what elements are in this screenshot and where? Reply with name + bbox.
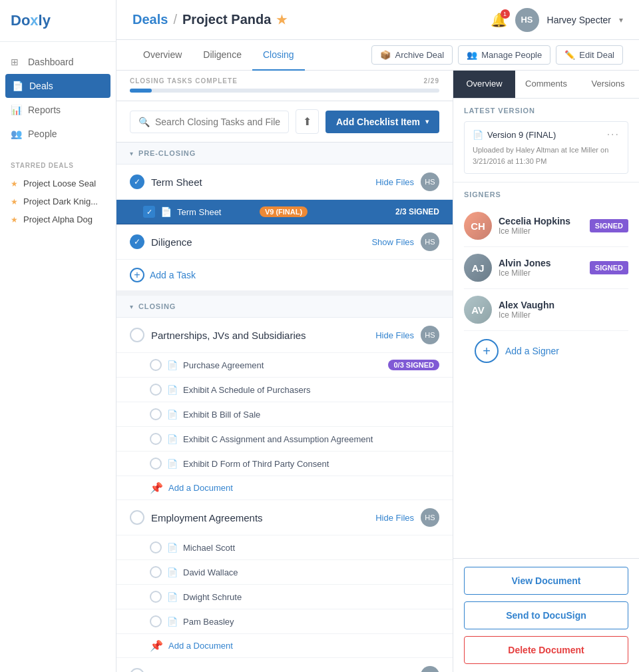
- signers-title: SIGNERS: [464, 190, 628, 198]
- notification-badge: 1: [501, 9, 510, 19]
- avatar-partnerships: HS: [421, 326, 439, 344]
- collapse-arrow-icon: ▾: [130, 150, 133, 157]
- file-row-term-sheet[interactable]: ✓ 📄 Term Sheet V9 (FINAL) 2/3 SIGNED: [116, 200, 453, 224]
- edit-icon: ✏️: [564, 50, 575, 60]
- add-task-icon[interactable]: +: [130, 268, 144, 282]
- task-row-diligence: ✓ Diligence Show Files HS: [116, 224, 453, 260]
- signed-badge-0: 0/3 SIGNED: [388, 360, 439, 370]
- sub-task-michael: 📄 Michael Scott: [116, 535, 453, 560]
- hide-files-link-employment[interactable]: Hide Files: [375, 513, 414, 523]
- sub-check-emp-0[interactable]: [150, 541, 162, 553]
- sub-item-label-emp-1: David Wallace: [183, 567, 238, 577]
- user-name: Harvey Specter: [547, 15, 611, 25]
- add-task-label[interactable]: Add a Task: [150, 270, 196, 280]
- breadcrumb-parent[interactable]: Deals: [132, 12, 168, 27]
- search-input[interactable]: [155, 117, 280, 127]
- task-check-diligence[interactable]: ✓: [130, 234, 144, 249]
- starred-item-label-2: Project Alpha Dog: [23, 214, 93, 224]
- task-check-completed[interactable]: ✓: [130, 174, 144, 189]
- task-check-board[interactable]: [130, 668, 144, 672]
- hide-files-link-partnerships[interactable]: Hide Files: [375, 330, 414, 340]
- starred-label: STARRED DEALS: [11, 162, 105, 169]
- breadcrumb-separator: /: [173, 12, 177, 27]
- hide-files-link[interactable]: Hide Files: [375, 177, 414, 187]
- export-button[interactable]: ⬆: [296, 109, 319, 134]
- sub-check-2[interactable]: [150, 408, 162, 420]
- sub-task-exhibit-a: 📄 Exhibit A Schedule of Purchasers: [116, 378, 453, 402]
- favorite-star-icon[interactable]: ★: [276, 13, 287, 27]
- notification-bell[interactable]: 🔔 1: [491, 12, 507, 28]
- app-name: Doxly: [11, 12, 105, 29]
- left-panel: CLOSING TASKS COMPLETE 2/29 🔍 ⬆ Add Chec…: [116, 71, 453, 672]
- sub-check-emp-3[interactable]: [150, 615, 162, 627]
- sidebar-item-dashboard[interactable]: ⊞ Dashboard: [0, 50, 116, 74]
- more-options-icon[interactable]: ···: [607, 129, 620, 141]
- sidebar-item-deals[interactable]: 📄 Deals: [5, 74, 110, 98]
- right-tab-overview[interactable]: Overview: [453, 71, 515, 98]
- sidebar-item-people[interactable]: 👥 People: [0, 122, 116, 146]
- main-content: Deals / Project Panda ★ 🔔 1 HS Harvey Sp…: [116, 0, 639, 672]
- send-docusign-button[interactable]: Send to DocuSign: [464, 601, 628, 629]
- sub-check-3[interactable]: [150, 433, 162, 445]
- task-row-employment: Employment Agreements Hide Files HS: [116, 500, 453, 535]
- task-check-employment[interactable]: [130, 510, 144, 525]
- tab-closing[interactable]: Closing: [252, 40, 305, 71]
- sub-item-label-4: Exhibit D Form of Third Party Consent: [183, 459, 329, 469]
- closing-header[interactable]: ▾ CLOSING: [116, 296, 453, 318]
- sub-check-4[interactable]: [150, 458, 162, 470]
- task-name-partnerships: Partnerships, JVs and Subsidiaries: [151, 330, 369, 341]
- sidebar-item-label: Deals: [29, 81, 53, 91]
- star-icon-0: ★: [11, 179, 18, 188]
- sub-doc-icon-emp-2: 📄: [167, 592, 178, 602]
- starred-item-1[interactable]: ★ Project Dark Knig...: [11, 192, 105, 210]
- add-signer-label: Add a Signer: [505, 346, 559, 356]
- add-doc-row-employment: 📌 Add a Document: [116, 634, 453, 658]
- sub-doc-icon-2: 📄: [167, 410, 178, 420]
- add-doc-label-0[interactable]: Add a Document: [168, 483, 233, 493]
- signer-row-0: CH Cecelia Hopkins Ice Miller SIGNED: [464, 205, 628, 247]
- right-tab-versions[interactable]: Versions: [577, 71, 639, 98]
- starred-item-0[interactable]: ★ Project Loose Seal: [11, 174, 105, 192]
- tab-actions: 📦 Archive Deal 👥 Manage People ✏️ Edit D…: [371, 45, 623, 65]
- task-name-employment: Employment Agreements: [151, 512, 369, 523]
- header-right: 🔔 1 HS Harvey Specter ▾: [491, 8, 623, 32]
- starred-item-2[interactable]: ★ Project Alpha Dog: [11, 210, 105, 228]
- signed-count-badge: 2/3 SIGNED: [395, 207, 439, 216]
- task-check-partnerships[interactable]: [130, 328, 144, 342]
- right-tab-comments[interactable]: Comments: [515, 71, 577, 98]
- add-checklist-button[interactable]: Add Checklist Item ▾: [325, 111, 439, 133]
- sub-check-emp-2[interactable]: [150, 591, 162, 603]
- add-signer-row[interactable]: + Add a Signer: [464, 331, 628, 371]
- task-row-partnerships: Partnerships, JVs and Subsidiaries Hide …: [116, 318, 453, 353]
- archive-deal-button[interactable]: 📦 Archive Deal: [371, 45, 453, 65]
- sub-doc-icon-0: 📄: [167, 360, 178, 370]
- add-doc-label-1[interactable]: Add a Document: [168, 641, 233, 651]
- version-meta: Uploaded by Haley Altman at Ice Miller o…: [473, 145, 620, 167]
- signer-info-1: Alvin Jones Ice Miller: [499, 258, 583, 278]
- search-input-wrap[interactable]: 🔍: [130, 111, 289, 133]
- chevron-down-icon[interactable]: ▾: [619, 15, 623, 25]
- closing-section: ▾ CLOSING Partnerships, JVs and Subsidia…: [116, 296, 453, 672]
- tabs-list: Overview Diligence Closing: [132, 40, 305, 70]
- show-files-link-diligence[interactable]: Show Files: [371, 237, 414, 247]
- starred-item-label-0: Project Loose Seal: [23, 178, 96, 188]
- progress-count: 2/29: [424, 77, 439, 85]
- manage-people-button[interactable]: 👥 Manage People: [458, 45, 550, 65]
- sub-doc-icon-3: 📄: [167, 434, 178, 444]
- sub-check-0[interactable]: [150, 359, 162, 371]
- delete-document-button[interactable]: Delete Document: [464, 636, 628, 664]
- view-document-button[interactable]: View Document: [464, 567, 628, 595]
- sidebar-item-reports[interactable]: 📊 Reports: [0, 98, 116, 122]
- sub-doc-icon-emp-1: 📄: [167, 567, 178, 577]
- signer-row-1: AJ Alvin Jones Ice Miller SIGNED: [464, 247, 628, 289]
- latest-version-section: LATEST VERSION 📄 Version 9 (FINAL) ··· U…: [453, 99, 639, 182]
- tab-diligence[interactable]: Diligence: [192, 40, 252, 71]
- sub-check-emp-1[interactable]: [150, 566, 162, 578]
- sub-task-exhibit-d: 📄 Exhibit D Form of Third Party Consent: [116, 452, 453, 476]
- pre-closing-header[interactable]: ▾ PRE-CLOSING: [116, 143, 453, 165]
- breadcrumb: Deals / Project Panda ★: [132, 12, 287, 27]
- tab-overview[interactable]: Overview: [132, 40, 192, 71]
- sub-check-1[interactable]: [150, 384, 162, 396]
- edit-deal-button[interactable]: ✏️ Edit Deal: [556, 45, 623, 65]
- closing-label: CLOSING: [138, 302, 176, 310]
